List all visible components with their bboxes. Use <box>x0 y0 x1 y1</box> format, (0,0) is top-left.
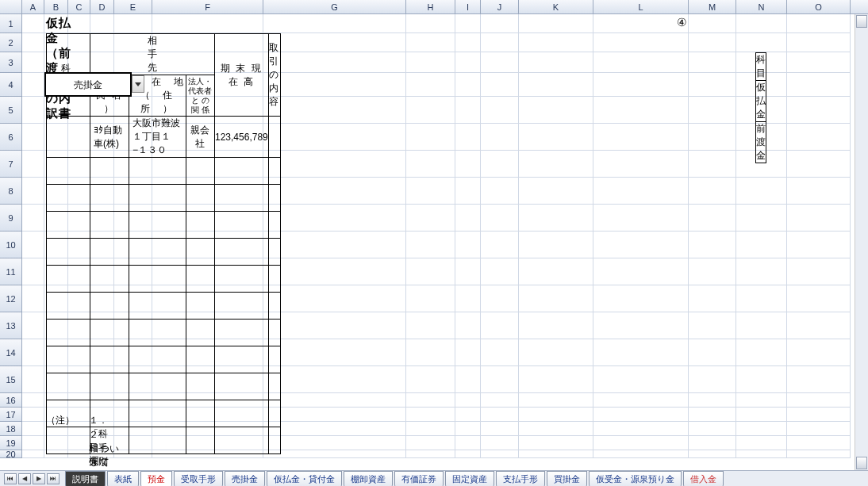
table-row[interactable] <box>47 185 281 212</box>
row-4[interactable]: 4 <box>0 73 22 97</box>
column-headers[interactable]: A B C D E F G H I J K L M N O <box>0 0 868 14</box>
row-19[interactable]: 19 <box>0 436 22 450</box>
col-O[interactable]: O <box>787 0 851 13</box>
table-row[interactable]: ﾖﾀ自動車(株) 大阪市難波１丁目１−１３０ 親会社 123,456,789 <box>47 117 281 158</box>
tab-urikake[interactable]: 売掛金 <box>225 471 265 487</box>
row-2[interactable]: 2 <box>0 33 22 52</box>
vertical-scrollbar[interactable] <box>855 14 868 470</box>
table-row[interactable] <box>47 239 281 266</box>
row-12[interactable]: 12 <box>0 285 22 312</box>
row-7[interactable]: 7 <box>0 151 22 178</box>
tab-kariire[interactable]: 借入金 <box>683 471 724 487</box>
col-E[interactable]: E <box>114 0 152 13</box>
table-row[interactable] <box>47 158 281 185</box>
row-8[interactable]: 8 <box>0 178 22 205</box>
table-row[interactable] <box>47 266 281 293</box>
col-D[interactable]: D <box>90 0 114 13</box>
col-I[interactable]: I <box>455 0 481 13</box>
col-F[interactable]: F <box>152 0 263 13</box>
cell-addr[interactable]: 大阪市難波１丁目１−１３０ <box>129 117 186 158</box>
col-H[interactable]: H <box>406 0 455 13</box>
tab-setsumei[interactable]: 説明書 <box>65 471 106 487</box>
th-rel: 法人・代表者と の 関 係 <box>186 75 214 117</box>
col-G[interactable]: G <box>263 0 406 13</box>
tab-kaikake[interactable]: 買掛金 <box>547 471 587 487</box>
dropdown-button[interactable] <box>132 75 144 93</box>
tab-nav-last[interactable]: ⏭ <box>47 473 60 484</box>
table-row[interactable] <box>47 212 281 239</box>
tab-uketori[interactable]: 受取手形 <box>174 471 223 487</box>
table-row[interactable] <box>47 427 281 454</box>
th-desc: 取 引 の 内 容 <box>268 34 280 117</box>
row-20[interactable]: 20 <box>0 450 22 458</box>
note-3: ３．「取引の内容」欄には、例えば「機械設備の購入手付金」、「仮払税金」等と記入し… <box>89 457 117 470</box>
table-row[interactable] <box>47 373 281 400</box>
tab-yokin[interactable]: 預金 <box>140 471 172 487</box>
cell-name[interactable]: ﾖﾀ自動車(株) <box>90 117 129 158</box>
tab-kariuke[interactable]: 仮受金・源泉預り金 <box>589 471 682 487</box>
table-row[interactable] <box>47 320 281 346</box>
row-9[interactable]: 9 <box>0 205 22 232</box>
col-A[interactable]: A <box>22 0 44 13</box>
row-15[interactable]: 15 <box>0 366 22 393</box>
col-M[interactable]: M <box>689 0 736 13</box>
select-all[interactable] <box>0 0 22 13</box>
cell-bal[interactable]: 123,456,789 <box>215 117 269 158</box>
col-N[interactable]: N <box>736 0 787 13</box>
row-3[interactable]: 3 <box>0 52 22 73</box>
row-10[interactable]: 10 <box>0 232 22 258</box>
row-1[interactable]: 1 <box>0 14 22 33</box>
th-aite: 相 手 先 <box>90 34 215 75</box>
row-5[interactable]: 5 <box>0 97 22 124</box>
sheet-tabs: ⏮ ◀ ▶ ⏭ 説明書 表紙 預金 受取手形 売掛金 仮払金・貸付金 棚卸資産 … <box>0 470 868 486</box>
row-11[interactable]: 11 <box>0 258 22 285</box>
tab-nav-first[interactable]: ⏮ <box>4 473 17 484</box>
col-C[interactable]: C <box>68 0 90 13</box>
tab-nav-prev[interactable]: ◀ <box>18 473 31 484</box>
side-r1[interactable]: 仮払金 <box>756 81 766 122</box>
side-table[interactable]: 科目 仮払金 前渡金 <box>755 52 766 163</box>
side-r2[interactable]: 前渡金 <box>756 122 766 163</box>
table-row[interactable] <box>47 400 281 427</box>
page-marker: ④ <box>677 16 687 29</box>
tab-karibarai[interactable]: 仮払金・貸付金 <box>267 471 342 487</box>
col-J[interactable]: J <box>481 0 519 13</box>
row-14[interactable]: 14 <box>0 339 22 366</box>
tab-nav-next[interactable]: ▶ <box>33 473 45 484</box>
row-16[interactable]: 16 <box>0 393 22 408</box>
row-18[interactable]: 18 <box>0 422 22 436</box>
cell-desc[interactable] <box>268 117 280 158</box>
cell-rel[interactable]: 親会社 <box>186 117 214 158</box>
row-17[interactable]: 17 <box>0 408 22 422</box>
tab-kotei[interactable]: 固定資産 <box>445 471 494 487</box>
side-h: 科目 <box>756 53 766 81</box>
active-cell[interactable]: 売掛金 <box>44 72 132 97</box>
col-B[interactable]: B <box>44 0 68 13</box>
th-balance: 期 末 現 在 高 <box>215 34 269 117</box>
tab-tanaoroshi[interactable]: 棚卸資産 <box>344 471 393 487</box>
tab-hyoshi[interactable]: 表紙 <box>107 471 139 487</box>
row-13[interactable]: 13 <box>0 312 22 339</box>
tab-yuka[interactable]: 有価証券 <box>394 471 444 487</box>
note-label: （注） <box>46 414 75 427</box>
table-row[interactable] <box>47 293 281 320</box>
row-6[interactable]: 6 <box>0 124 22 151</box>
table-row[interactable] <box>47 346 281 373</box>
col-K[interactable]: K <box>519 0 593 13</box>
tab-shiharai[interactable]: 支払手形 <box>496 471 545 487</box>
col-L[interactable]: L <box>593 0 689 13</box>
